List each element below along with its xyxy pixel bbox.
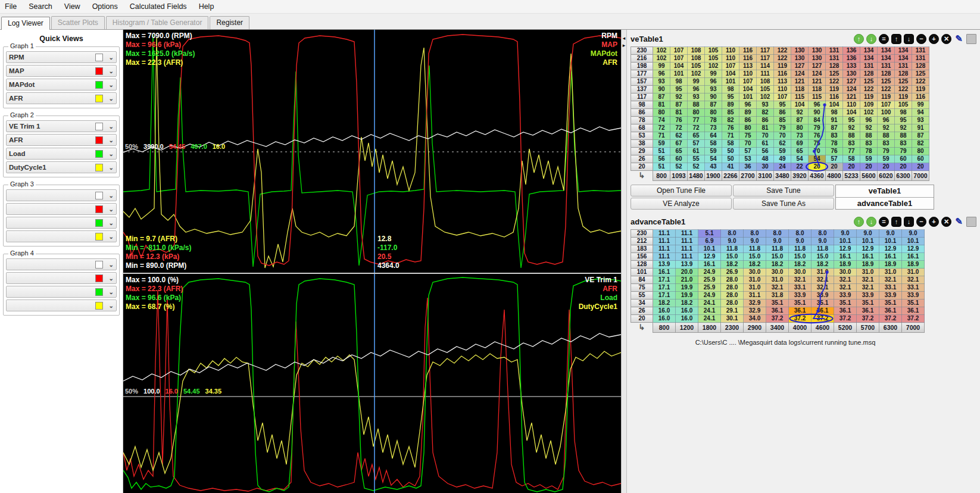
y-axis-cell[interactable]: 98 bbox=[631, 101, 653, 109]
table-cell[interactable]: 60 bbox=[670, 155, 688, 163]
table-cell[interactable]: 134 bbox=[860, 55, 878, 63]
table-cell[interactable]: 96 bbox=[653, 70, 670, 78]
table-cell[interactable]: 79 bbox=[895, 148, 912, 155]
table-cell[interactable]: 50 bbox=[722, 155, 739, 163]
table-cell[interactable]: 88 bbox=[688, 101, 705, 109]
table-cell[interactable]: 90 bbox=[809, 109, 826, 117]
raise-up-icon[interactable]: ↑ bbox=[854, 217, 864, 227]
table-cell[interactable]: 82 bbox=[912, 140, 929, 148]
table-cell[interactable]: 127 bbox=[791, 63, 809, 70]
table-cell[interactable]: 11.1 bbox=[653, 230, 676, 238]
table-cell[interactable]: 125 bbox=[826, 70, 843, 78]
table-cell[interactable]: 110 bbox=[722, 47, 739, 55]
table-cell[interactable]: 136 bbox=[843, 55, 860, 63]
table-cell[interactable]: 110 bbox=[774, 86, 791, 93]
table-cell[interactable]: 92 bbox=[860, 124, 878, 132]
table-cell[interactable]: 95 bbox=[774, 101, 791, 109]
table-cell[interactable]: 18.9 bbox=[834, 261, 857, 269]
table-cell[interactable]: 69 bbox=[791, 140, 809, 148]
table-cell[interactable]: 35.1 bbox=[789, 299, 812, 307]
shift-down-icon[interactable]: ↓ bbox=[904, 34, 914, 44]
table-cell[interactable]: 130 bbox=[809, 55, 826, 63]
table-cell[interactable]: 12.9 bbox=[879, 245, 902, 253]
table-cell[interactable]: 37.2 bbox=[879, 315, 902, 323]
table-cell[interactable]: 18.2 bbox=[789, 261, 812, 269]
table-cell[interactable]: 130 bbox=[791, 55, 809, 63]
table-cell[interactable]: 36.1 bbox=[879, 307, 902, 315]
table-cell[interactable]: 99 bbox=[912, 101, 929, 109]
table-cell[interactable]: 37.2 bbox=[812, 315, 834, 323]
table-cell[interactable]: 37.2 bbox=[766, 315, 789, 323]
table-cell[interactable]: 70 bbox=[809, 148, 826, 155]
table-cell[interactable]: 102 bbox=[653, 55, 670, 63]
table-cell[interactable]: 93 bbox=[705, 86, 722, 93]
table-cell[interactable]: 20 bbox=[912, 163, 929, 171]
table-cell[interactable]: 122 bbox=[860, 86, 878, 93]
table-cell[interactable]: 117 bbox=[757, 47, 774, 55]
table-cell[interactable]: 125 bbox=[878, 78, 895, 86]
table-cell[interactable]: 35.1 bbox=[879, 299, 902, 307]
table-cell[interactable]: 8.0 bbox=[812, 230, 834, 238]
channel-select-rpm[interactable]: RPM⌄ bbox=[6, 51, 117, 63]
table-cell[interactable]: 80 bbox=[739, 124, 757, 132]
table-cell[interactable]: 74 bbox=[653, 117, 670, 124]
y-axis-cell[interactable]: 68 bbox=[631, 124, 653, 132]
table-cell[interactable]: 105 bbox=[895, 101, 912, 109]
table-cell[interactable]: 80 bbox=[705, 109, 722, 117]
table-cell[interactable]: 17.1 bbox=[653, 276, 676, 284]
advance-table[interactable]: 23011.111.15.18.08.08.08.08.09.09.09.09.… bbox=[631, 229, 976, 333]
collapse-right-icon[interactable]: ▸ bbox=[622, 42, 626, 49]
table-cell[interactable]: 10.1 bbox=[834, 238, 857, 245]
y-axis-cell[interactable]: 128 bbox=[631, 261, 653, 269]
table-cell[interactable]: 104 bbox=[722, 70, 739, 78]
table-cell[interactable]: 16.1 bbox=[879, 253, 902, 261]
table-cell[interactable]: 76 bbox=[670, 117, 688, 124]
table-cell[interactable]: 104 bbox=[843, 109, 860, 117]
table-cell[interactable]: 76 bbox=[722, 124, 739, 132]
table-cell[interactable]: 32.1 bbox=[857, 284, 879, 292]
table-cell[interactable]: 10.1 bbox=[857, 238, 879, 245]
table-cell[interactable]: 83 bbox=[843, 140, 860, 148]
table-cell[interactable]: 22 bbox=[791, 163, 809, 171]
table-cell[interactable]: 110 bbox=[739, 70, 757, 78]
table-cell[interactable]: 108 bbox=[688, 47, 705, 55]
table-cell[interactable]: 57 bbox=[826, 155, 843, 163]
table-cell[interactable]: 31.0 bbox=[812, 269, 834, 276]
raise-up-icon[interactable]: ↑ bbox=[854, 34, 864, 44]
table-cell[interactable]: 36.1 bbox=[857, 307, 879, 315]
table-cell[interactable]: 33.9 bbox=[789, 292, 812, 299]
table-cell[interactable]: 71 bbox=[653, 132, 670, 140]
table-cell[interactable]: 119 bbox=[860, 93, 878, 101]
table-cell[interactable]: 25.9 bbox=[698, 276, 721, 284]
table-cell[interactable]: 110 bbox=[722, 55, 739, 63]
table-cell[interactable]: 32.1 bbox=[834, 284, 857, 292]
channel-select-afr[interactable]: AFR⌄ bbox=[6, 134, 117, 146]
table-cell[interactable]: 35.1 bbox=[812, 299, 834, 307]
y-axis-cell[interactable]: 137 bbox=[631, 86, 653, 93]
close-icon[interactable]: ✕ bbox=[941, 217, 951, 227]
table-cell[interactable]: 79 bbox=[774, 124, 791, 132]
table-cell[interactable]: 32.1 bbox=[812, 276, 834, 284]
tab-scatter-plots[interactable]: Scatter Plots bbox=[51, 16, 105, 29]
table-cell[interactable]: 32.9 bbox=[744, 307, 766, 315]
table-cell[interactable]: 65 bbox=[670, 148, 688, 155]
menu-item-calculated-fields[interactable]: Calculated Fields bbox=[130, 2, 187, 11]
table-cell[interactable]: 8.0 bbox=[766, 230, 789, 238]
table-cell[interactable]: 87 bbox=[653, 93, 670, 101]
table-cell[interactable]: 99 bbox=[688, 78, 705, 86]
table-cell[interactable]: 87 bbox=[791, 117, 809, 124]
table-cell[interactable]: 95 bbox=[670, 86, 688, 93]
table-cell[interactable]: 75 bbox=[809, 140, 826, 148]
table-cell[interactable]: 49 bbox=[774, 155, 791, 163]
table-cell[interactable]: 37.2 bbox=[789, 315, 812, 323]
table-cell[interactable]: 32.1 bbox=[834, 276, 857, 284]
table-cell[interactable]: 98 bbox=[895, 109, 912, 117]
table-cell[interactable]: 36.1 bbox=[766, 307, 789, 315]
table-cell[interactable]: 33.1 bbox=[789, 284, 812, 292]
table-cell[interactable]: 12.9 bbox=[834, 245, 857, 253]
table-cell[interactable]: 111 bbox=[757, 70, 774, 78]
table-cell[interactable]: 131 bbox=[878, 63, 895, 70]
table-cell[interactable]: 16.0 bbox=[653, 307, 676, 315]
table-cell[interactable]: 11.8 bbox=[744, 245, 766, 253]
y-axis-cell[interactable]: 86 bbox=[631, 109, 653, 117]
